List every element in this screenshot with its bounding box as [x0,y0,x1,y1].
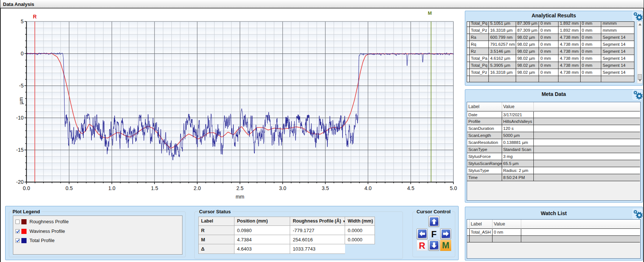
svg-text:-10: -10 [16,115,24,121]
svg-text:0.5: 0.5 [66,185,73,191]
svg-text:R: R [33,14,36,20]
svg-text:3.5: 3.5 [322,185,329,191]
svg-text:M: M [428,10,432,16]
svg-text:-20: -20 [16,179,24,185]
svg-text:-5: -5 [19,83,24,89]
svg-text:mm: mm [236,194,244,200]
svg-text:1.5: 1.5 [151,185,158,191]
svg-text:3.0: 3.0 [279,185,286,191]
svg-text:0: 0 [21,51,24,56]
svg-text:µm: µm [18,97,24,104]
svg-text:-15: -15 [16,147,24,153]
svg-text:5.0: 5.0 [450,185,457,191]
svg-text:4.5: 4.5 [407,185,414,191]
svg-text:2.0: 2.0 [194,185,201,191]
svg-text:1.0: 1.0 [108,185,116,191]
svg-text:5: 5 [21,18,24,24]
svg-text:4.0: 4.0 [365,185,372,191]
svg-text:2.5: 2.5 [236,185,244,191]
svg-text:0.0: 0.0 [23,185,30,191]
